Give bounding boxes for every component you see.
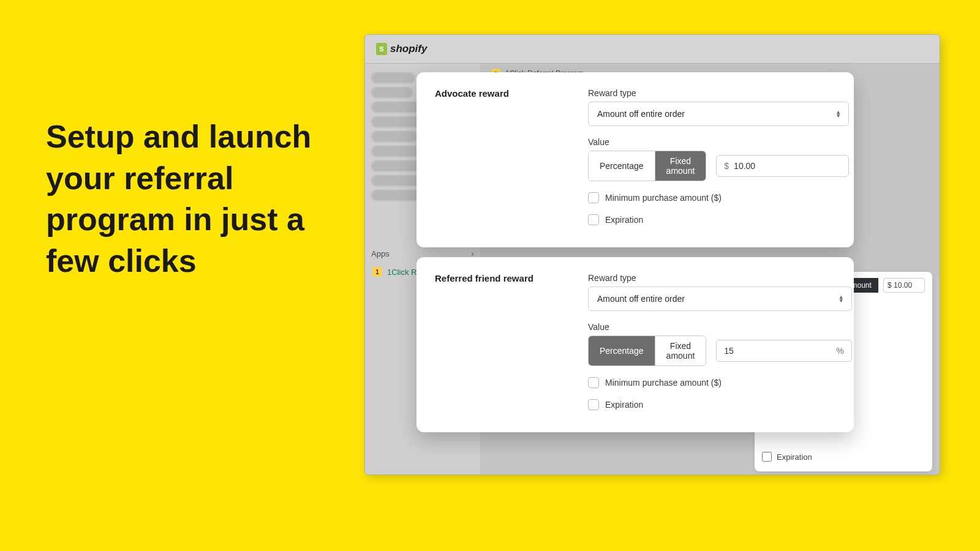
percent-suffix: % <box>836 346 843 356</box>
expiration-row[interactable]: Expiration <box>588 214 849 225</box>
bg-expiration-checkbox[interactable] <box>762 452 772 462</box>
advocate-card-title: Advocate reward <box>435 88 551 225</box>
app-icon: 1 <box>372 267 382 277</box>
select-caret-icon: ▲▼ <box>839 295 844 302</box>
reward-type-label: Reward type <box>588 273 852 283</box>
min-purchase-row[interactable]: Minimum purchase amount ($) <box>588 192 849 203</box>
expiration-row[interactable]: Expiration <box>588 399 852 410</box>
sidebar-apps-label: Apps <box>371 249 390 258</box>
value-type-toggle: Percentage Fixed amount <box>588 151 706 181</box>
marketing-headline: Setup and launch your referral program i… <box>46 116 328 282</box>
value-input[interactable] <box>734 161 841 171</box>
reward-type-label: Reward type <box>588 88 849 98</box>
reward-type-value: Amount off entire order <box>597 109 685 119</box>
min-purchase-checkbox[interactable] <box>588 192 599 203</box>
nav-item-blurred <box>371 72 415 83</box>
nav-item-blurred <box>371 131 419 142</box>
currency-prefix: $ <box>724 161 729 171</box>
percentage-toggle[interactable]: Percentage <box>589 336 655 365</box>
reward-type-value: Amount off entire order <box>597 294 685 304</box>
expiration-label: Expiration <box>605 400 643 410</box>
bg-expiration-label: Expiration <box>777 452 812 462</box>
reward-type-select[interactable]: Amount off entire order ▲▼ <box>588 287 852 311</box>
fixed-amount-toggle[interactable]: Fixed amount <box>655 151 706 181</box>
value-input[interactable] <box>724 346 831 356</box>
expiration-checkbox[interactable] <box>588 399 599 410</box>
fixed-amount-toggle[interactable]: Fixed amount <box>655 336 706 365</box>
min-purchase-checkbox[interactable] <box>588 377 599 388</box>
min-purchase-label: Minimum purchase amount ($) <box>605 193 722 203</box>
select-caret-icon: ▲▼ <box>835 110 841 118</box>
value-label: Value <box>588 137 849 147</box>
reward-type-select[interactable]: Amount off entire order ▲▼ <box>588 102 849 126</box>
value-input-wrap[interactable]: % <box>716 340 851 362</box>
referred-reward-card: Referred friend reward Reward type Amoun… <box>417 257 854 432</box>
expiration-label: Expiration <box>605 215 643 225</box>
nav-item-blurred <box>371 87 413 98</box>
shopify-logo: shopify <box>376 43 427 55</box>
referred-card-title: Referred friend reward <box>435 273 551 410</box>
min-purchase-label: Minimum purchase amount ($) <box>605 378 722 388</box>
admin-topbar: shopify <box>365 35 940 64</box>
value-type-toggle: Percentage Fixed amount <box>588 335 706 366</box>
expiration-checkbox[interactable] <box>588 214 599 225</box>
bg-expiration-row[interactable]: Expiration <box>762 452 925 462</box>
bg-value-text: 10.00 <box>894 281 912 290</box>
bg-value: $ 10.00 <box>883 278 925 293</box>
percentage-toggle[interactable]: Percentage <box>589 151 655 181</box>
value-input-wrap[interactable]: $ <box>716 155 849 177</box>
brand-name: shopify <box>390 43 427 55</box>
advocate-reward-card: Advocate reward Reward type Amount off e… <box>417 72 854 247</box>
shopify-bag-icon <box>376 43 387 55</box>
value-label: Value <box>588 322 852 332</box>
min-purchase-row[interactable]: Minimum purchase amount ($) <box>588 377 852 388</box>
currency-prefix: $ <box>888 281 892 290</box>
